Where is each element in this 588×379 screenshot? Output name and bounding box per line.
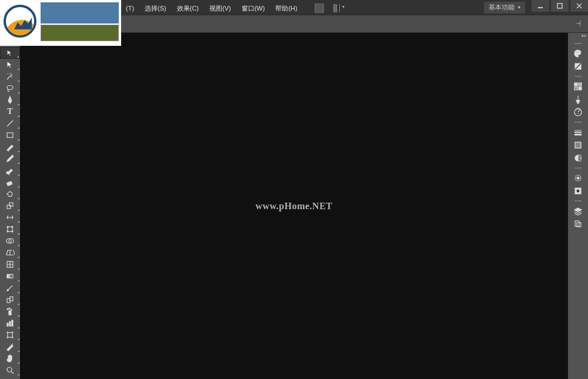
zoom-tool[interactable] [0,364,20,376]
svg-rect-45 [575,142,581,148]
color-guide-panel-icon[interactable] [568,60,588,73]
mesh-tool[interactable] [0,259,20,270]
svg-rect-11 [9,203,13,206]
svg-rect-12 [8,227,12,232]
stroke-panel-icon[interactable] [568,126,588,139]
eraser-tool[interactable] [0,176,20,188]
paintbrush-tool[interactable] [0,141,20,153]
menu-select[interactable]: 选择(S) [139,3,172,14]
svg-point-24 [7,308,8,310]
svg-rect-21 [7,298,10,303]
panel-group-handle[interactable] [568,73,588,79]
svg-rect-47 [578,155,581,161]
right-panel-dock: ◂◂ [568,33,588,379]
rectangle-tool[interactable] [0,129,20,141]
menu-effect[interactable]: 效果(C) [172,3,204,14]
symbol-sprayer-tool[interactable] [0,306,20,317]
symbols-panel-icon[interactable] [568,106,588,119]
scale-tool[interactable] [0,200,20,212]
gradient-tool[interactable] [0,270,20,282]
minimize-button[interactable] [532,0,549,12]
svg-point-51 [576,189,580,193]
svg-point-25 [9,308,10,309]
panel-group-handle[interactable] [568,41,588,46]
main-area: ◂◂ T www.pHome.NET ◂◂ [0,33,588,379]
svg-rect-36 [574,83,577,86]
workspace-switcher[interactable]: 基本功能 ▾ [484,2,525,14]
selection-tool[interactable] [0,47,20,59]
svg-point-49 [577,177,579,179]
panel-group-handle[interactable] [568,119,588,125]
document-setup-icon[interactable] [315,4,324,13]
window-controls [530,0,588,15]
free-transform-tool[interactable] [0,223,20,235]
svg-rect-27 [7,323,8,326]
color-panel-icon[interactable] [568,47,588,60]
svg-point-16 [12,231,13,232]
perspective-grid-tool[interactable] [0,247,20,259]
svg-rect-9 [7,182,12,186]
blend-tool[interactable] [0,294,20,306]
appearance-panel-icon[interactable] [568,172,588,185]
transparency-panel-icon[interactable] [568,152,588,165]
svg-rect-23 [9,311,11,315]
menu-view[interactable]: 视图(V) [204,3,236,14]
panel-group-handle[interactable] [568,165,588,171]
brushes-panel-icon[interactable] [568,93,588,106]
type-tool[interactable]: T [0,106,20,118]
svg-rect-39 [579,87,582,90]
pen-tool[interactable] [0,94,20,106]
chevron-down-icon: ▾ [518,5,520,10]
menu-bar: (T) 选择(S) 效果(C) 视图(V) 窗口(W) 帮助(H) ▾ [121,2,345,14]
column-graph-tool[interactable] [0,317,20,329]
hand-tool[interactable] [0,353,20,364]
graphic-styles-panel-icon[interactable] [568,185,588,197]
shape-builder-tool[interactable] [0,235,20,247]
svg-line-6 [7,120,13,126]
magic-wand-tool[interactable] [0,71,20,82]
collapse-control-icon[interactable]: ⊸| [576,20,580,26]
svg-point-34 [577,51,579,52]
logo-graphic [2,2,39,41]
logo-bar-blue [41,2,119,24]
svg-rect-10 [7,205,11,209]
rotate-tool[interactable] [0,188,20,200]
maximize-button[interactable] [551,0,569,12]
width-tool[interactable] [0,212,20,223]
svg-point-4 [7,86,13,90]
gradient-panel-icon[interactable] [568,139,588,152]
toolbox: T [0,33,20,379]
svg-point-35 [579,52,580,53]
svg-rect-37 [579,83,582,86]
svg-rect-20 [7,274,13,278]
svg-line-32 [11,371,14,374]
menu-window[interactable]: 窗口(W) [236,3,270,14]
eyedropper-tool[interactable] [0,282,20,294]
svg-rect-1 [557,4,562,8]
svg-point-26 [11,309,12,310]
panel-collapse-icon[interactable]: ◂◂ [568,33,588,40]
svg-rect-22 [10,297,13,301]
lasso-tool[interactable] [0,82,20,94]
menu-help[interactable]: 帮助(H) [270,3,302,14]
layers-panel-icon[interactable] [568,204,588,217]
blob-brush-tool[interactable] [0,165,20,176]
svg-point-5 [9,100,11,101]
close-button[interactable] [570,0,588,12]
canvas-area[interactable]: www.pHome.NET [20,33,568,379]
line-segment-tool[interactable] [0,118,20,129]
svg-rect-38 [574,87,577,90]
slice-tool[interactable] [0,341,20,353]
swatches-panel-icon[interactable] [568,80,588,93]
menu-type-tail[interactable]: (T) [121,4,139,13]
svg-rect-7 [7,133,13,137]
arrange-documents-icon[interactable]: ▾ [333,4,345,12]
artboards-panel-icon[interactable] [568,217,588,230]
pencil-tool[interactable] [0,153,20,165]
artboard-tool[interactable] [0,329,20,341]
panel-group-handle[interactable] [568,198,588,204]
svg-rect-29 [12,320,13,326]
svg-point-15 [7,231,8,232]
direct-selection-tool[interactable] [0,59,20,71]
logo-bar-green [41,25,119,41]
